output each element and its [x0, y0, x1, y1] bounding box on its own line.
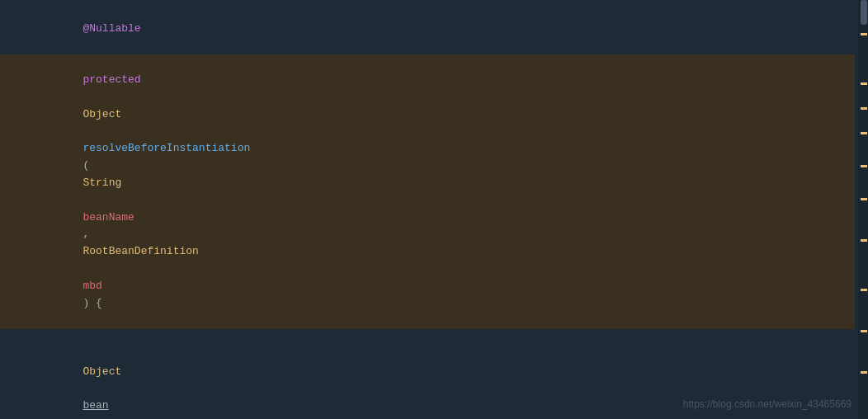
code-line-2: protected Object resolveBeforeInstantiat… [0, 54, 855, 329]
scroll-mark-8 [861, 289, 867, 291]
scroll-mark-3 [861, 107, 867, 110]
line-content-2: protected Object resolveBeforeInstantiat… [25, 54, 855, 329]
code-editor: @Nullable protected Object resolveBefore… [0, 0, 868, 419]
scroll-mark-10 [861, 371, 867, 374]
code-line-1: @Nullable [0, 3, 855, 54]
scroll-mark-5 [861, 165, 867, 167]
scroll-mark-2 [861, 82, 867, 85]
scroll-mark-6 [861, 198, 867, 200]
scroll-mark-1 [861, 33, 867, 35]
keyword-protected: protected [83, 73, 140, 86]
scrollbar-thumb[interactable] [861, 0, 867, 25]
scroll-mark-9 [861, 330, 867, 332]
type-object: Object [83, 108, 121, 120]
var-bean-1: bean [83, 399, 108, 412]
scroll-mark-4 [861, 132, 867, 134]
scroll-mark-7 [861, 239, 867, 242]
fn-resolve: resolveBeforeInstantiation [83, 142, 250, 154]
annotation-nullable: @Nullable [83, 22, 140, 35]
code-content: @Nullable protected Object resolveBefore… [0, 0, 868, 419]
watermark: https://blog.csdn.net/weixin_43465669 [683, 397, 851, 412]
line-content-1: @Nullable [25, 3, 855, 54]
scrollbar[interactable] [858, 0, 868, 419]
